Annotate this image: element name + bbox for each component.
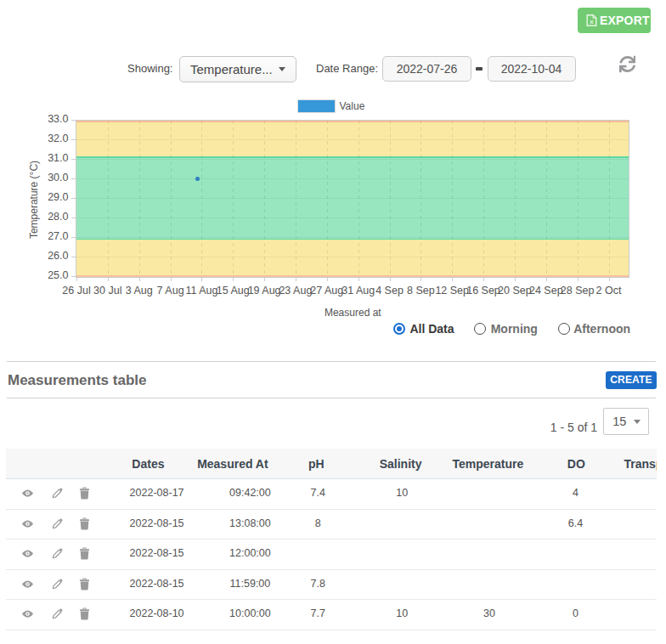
- svg-text:x: x: [590, 18, 594, 25]
